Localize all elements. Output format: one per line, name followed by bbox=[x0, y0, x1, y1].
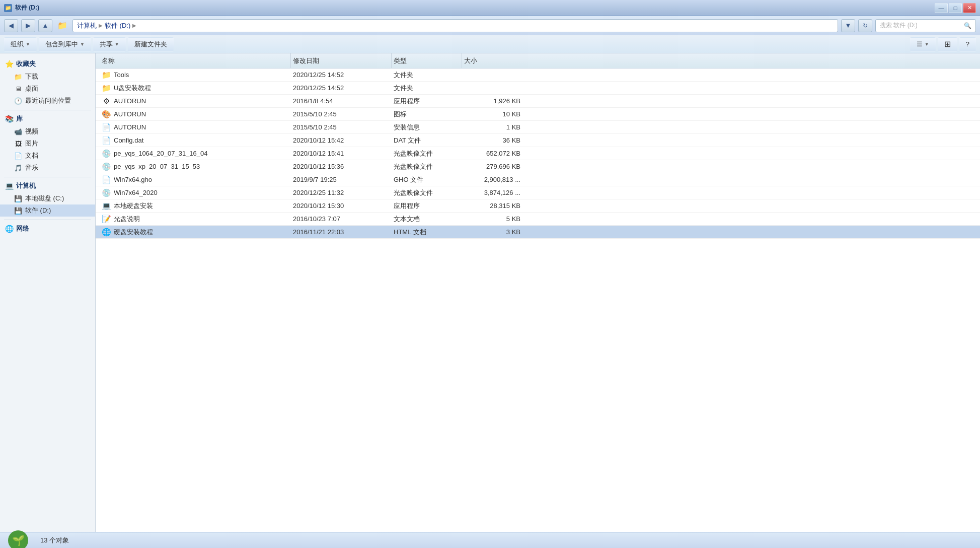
sidebar-item-c-drive[interactable]: 💾 本地磁盘 (C:) bbox=[0, 192, 95, 204]
network-label: 网络 bbox=[16, 224, 29, 233]
main-layout: ⭐ 收藏夹 📁 下载 🖥 桌面 🕐 最近访问的位置 📚 库 bbox=[0, 53, 980, 532]
col-type[interactable]: 类型 bbox=[392, 53, 462, 68]
path-drive[interactable]: 软件 (D:) bbox=[105, 21, 130, 30]
table-row[interactable]: 💻 本地硬盘安装 2020/10/12 15:30 应用程序 28,315 KB bbox=[96, 199, 980, 213]
maximize-button[interactable]: □ bbox=[949, 3, 962, 13]
sidebar-item-d-drive[interactable]: 💾 软件 (D:) bbox=[0, 204, 95, 217]
table-row[interactable]: ⚙ AUTORUN 2016/1/8 4:54 应用程序 1,926 KB bbox=[96, 95, 980, 108]
table-row[interactable]: 📄 Config.dat 2020/10/12 15:42 DAT 文件 36 … bbox=[96, 134, 980, 147]
file-name: Config.dat bbox=[114, 136, 143, 144]
file-modified-cell: 2015/5/10 2:45 bbox=[291, 123, 392, 131]
forward-button[interactable]: ▶ bbox=[21, 19, 35, 32]
sidebar-item-desktop[interactable]: 🖥 桌面 bbox=[0, 83, 95, 95]
sidebar-item-recent[interactable]: 🕐 最近访问的位置 bbox=[0, 95, 95, 107]
search-icon[interactable]: 🔍 bbox=[964, 22, 971, 29]
divider-2 bbox=[4, 177, 91, 177]
view-icon: ☰ bbox=[917, 40, 923, 48]
sidebar-item-image[interactable]: 🖼 图片 bbox=[0, 138, 95, 150]
minimize-button[interactable]: — bbox=[935, 3, 948, 13]
share-label: 共享 bbox=[100, 40, 113, 49]
close-button[interactable]: ✕ bbox=[963, 3, 976, 13]
sidebar-computer-header[interactable]: 💻 计算机 bbox=[0, 179, 95, 192]
file-name: AUTORUN bbox=[114, 97, 146, 105]
file-type-cell: 文件夹 bbox=[392, 84, 462, 93]
divider-3 bbox=[4, 220, 91, 220]
table-row[interactable]: 📄 AUTORUN 2015/5/10 2:45 安装信息 1 KB bbox=[96, 121, 980, 134]
file-name: 硬盘安装教程 bbox=[114, 228, 153, 237]
file-size-cell: 5 KB bbox=[462, 215, 522, 223]
table-row[interactable]: 💿 pe_yqs_1064_20_07_31_16_04 2020/10/12 … bbox=[96, 147, 980, 160]
file-type-cell: 文件夹 bbox=[392, 71, 462, 80]
file-list-container: 名称 修改日期 类型 大小 📁 Tools 2020/12/25 14:52 文… bbox=[96, 53, 980, 532]
sidebar-item-music[interactable]: 🎵 音乐 bbox=[0, 162, 95, 174]
file-name: Win7x64.gho bbox=[114, 176, 152, 183]
table-row[interactable]: 💿 pe_yqs_xp_20_07_31_15_53 2020/10/12 15… bbox=[96, 160, 980, 173]
desktop-label: 桌面 bbox=[25, 84, 38, 93]
file-icon: 📄 bbox=[102, 136, 111, 145]
file-icon: 📁 bbox=[102, 71, 111, 80]
file-name-cell: ⚙ AUTORUN bbox=[100, 97, 291, 106]
address-path[interactable]: 计算机 ▶ 软件 (D:) ▶ bbox=[72, 19, 838, 32]
include-button[interactable]: 包含到库中 ▼ bbox=[39, 37, 91, 51]
sidebar-item-video[interactable]: 📹 视频 bbox=[0, 125, 95, 138]
table-row[interactable]: 📁 U盘安装教程 2020/12/25 14:52 文件夹 bbox=[96, 82, 980, 95]
file-type-cell: 光盘映像文件 bbox=[392, 149, 462, 158]
col-name[interactable]: 名称 bbox=[100, 53, 291, 68]
search-placeholder: 搜索 软件 (D:) bbox=[880, 21, 918, 30]
toolbar: 组织 ▼ 包含到库中 ▼ 共享 ▼ 新建文件夹 ☰ ▼ ⊞ ? bbox=[0, 35, 980, 53]
video-icon: 📹 bbox=[14, 127, 22, 135]
table-row[interactable]: 📝 光盘说明 2016/10/23 7:07 文本文档 5 KB bbox=[96, 213, 980, 226]
sidebar-network-header[interactable]: 🌐 网络 bbox=[0, 222, 95, 235]
file-type-cell: 安装信息 bbox=[392, 123, 462, 132]
col-modified[interactable]: 修改日期 bbox=[291, 53, 392, 68]
file-icon: 💿 bbox=[102, 162, 111, 171]
file-size-cell: 3,874,126 ... bbox=[462, 189, 522, 196]
share-button[interactable]: 共享 ▼ bbox=[93, 37, 126, 51]
search-box[interactable]: 搜索 软件 (D:) 🔍 bbox=[875, 19, 976, 32]
file-type-cell: 应用程序 bbox=[392, 201, 462, 211]
new-folder-label: 新建文件夹 bbox=[134, 40, 167, 49]
refresh-button[interactable]: ↻ bbox=[858, 19, 872, 32]
file-name-cell: 💻 本地硬盘安装 bbox=[100, 201, 291, 211]
file-size-cell: 279,696 KB bbox=[462, 163, 522, 170]
table-row[interactable]: 💿 Win7x64_2020 2020/12/25 11:32 光盘映像文件 3… bbox=[96, 186, 980, 199]
file-type-cell: 文本文档 bbox=[392, 215, 462, 224]
back-button[interactable]: ◀ bbox=[4, 19, 18, 32]
sidebar-favorites-header[interactable]: ⭐ 收藏夹 bbox=[0, 57, 95, 71]
file-name-cell: 💿 pe_yqs_xp_20_07_31_15_53 bbox=[100, 162, 291, 171]
path-computer[interactable]: 计算机 bbox=[77, 21, 97, 30]
file-name-cell: 📄 Config.dat bbox=[100, 136, 291, 145]
file-icon: ⚙ bbox=[102, 97, 111, 106]
file-name-cell: 📁 U盘安装教程 bbox=[100, 84, 291, 93]
file-type-cell: 应用程序 bbox=[392, 97, 462, 106]
dropdown-button[interactable]: ▼ bbox=[841, 19, 855, 32]
file-rows: 📁 Tools 2020/12/25 14:52 文件夹 📁 U盘安装教程 20… bbox=[96, 68, 980, 239]
c-drive-icon: 💾 bbox=[14, 194, 22, 202]
organize-button[interactable]: 组织 ▼ bbox=[4, 37, 37, 51]
file-name-cell: 📝 光盘说明 bbox=[100, 215, 291, 224]
library-icon: 📚 bbox=[5, 115, 13, 123]
library-label: 库 bbox=[16, 114, 23, 123]
address-bar: ◀ ▶ ▲ 📁 计算机 ▶ 软件 (D:) ▶ ▼ ↻ 搜索 软件 (D:) 🔍 bbox=[0, 16, 980, 35]
sidebar: ⭐ 收藏夹 📁 下载 🖥 桌面 🕐 最近访问的位置 📚 库 bbox=[0, 53, 96, 532]
video-label: 视频 bbox=[25, 127, 38, 136]
file-type-cell: HTML 文档 bbox=[392, 228, 462, 237]
table-row[interactable]: 🎨 AUTORUN 2015/5/10 2:45 图标 10 KB bbox=[96, 108, 980, 121]
col-size[interactable]: 大小 bbox=[462, 53, 522, 68]
up-button[interactable]: ▲ bbox=[38, 19, 52, 32]
file-name: AUTORUN bbox=[114, 110, 146, 118]
file-icon: 📄 bbox=[102, 175, 111, 184]
table-row[interactable]: 📄 Win7x64.gho 2019/9/7 19:25 GHO 文件 2,90… bbox=[96, 173, 980, 186]
view-button[interactable]: ☰ ▼ bbox=[910, 37, 936, 51]
file-modified-cell: 2016/11/21 22:03 bbox=[291, 228, 392, 236]
new-folder-button[interactable]: 新建文件夹 bbox=[128, 37, 174, 51]
sidebar-library-header[interactable]: 📚 库 bbox=[0, 112, 95, 125]
sidebar-item-download[interactable]: 📁 下载 bbox=[0, 71, 95, 83]
file-icon: 🎨 bbox=[102, 110, 111, 119]
file-icon: 📝 bbox=[102, 215, 111, 224]
table-row[interactable]: 🌐 硬盘安装教程 2016/11/21 22:03 HTML 文档 3 KB bbox=[96, 226, 980, 239]
sidebar-item-doc[interactable]: 📄 文档 bbox=[0, 150, 95, 162]
help-button[interactable]: ? bbox=[959, 37, 976, 51]
change-view-button[interactable]: ⊞ bbox=[938, 37, 957, 51]
table-row[interactable]: 📁 Tools 2020/12/25 14:52 文件夹 bbox=[96, 68, 980, 82]
